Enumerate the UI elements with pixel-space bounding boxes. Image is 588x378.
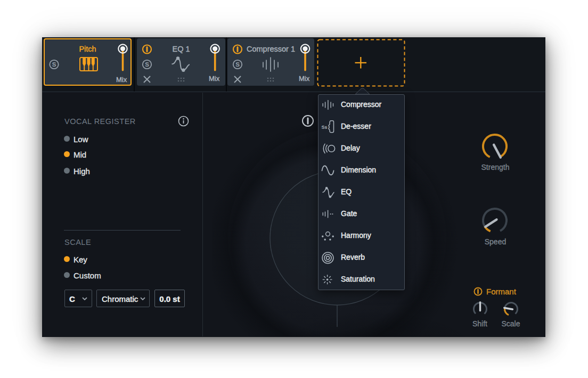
- svg-text:Ss: Ss: [322, 125, 328, 130]
- svg-text:S: S: [52, 61, 56, 68]
- svg-text:S: S: [235, 61, 240, 68]
- svg-text:S: S: [145, 61, 149, 68]
